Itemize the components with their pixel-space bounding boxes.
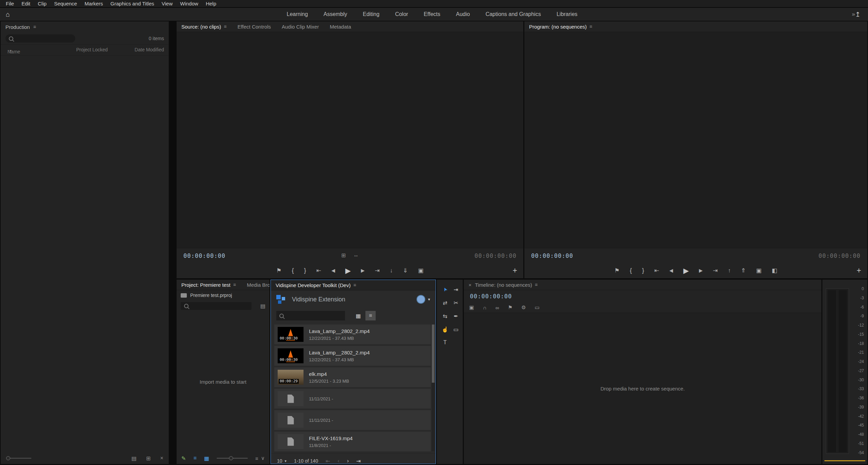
media-list-item[interactable]: 00:00:30 Lava_Lamp__2802_2.mp4 12/22/202…	[274, 346, 431, 366]
workspace-tab[interactable]: Libraries	[557, 11, 577, 17]
menu-item[interactable]: Edit	[18, 0, 34, 7]
grid-view-icon[interactable]: ▦	[353, 311, 363, 320]
button-editor-icon[interactable]: +	[857, 266, 861, 275]
tab-effect-controls[interactable]: Effect Controls	[238, 24, 271, 30]
new-bin-icon[interactable]: ▤	[131, 455, 136, 462]
account-menu[interactable]: ▾	[416, 295, 430, 304]
menu-item[interactable]: Window	[176, 0, 202, 7]
source-settings-icon[interactable]: ⊞	[341, 252, 346, 259]
avatar[interactable]	[416, 295, 425, 304]
rectangle-tool[interactable]: ▭	[451, 326, 461, 333]
timeline-drop-area[interactable]: Drop media here to create sequence.	[464, 313, 821, 464]
timeline-settings-wrench-icon[interactable]: ⚙	[521, 304, 526, 311]
extract-icon[interactable]: ⇑	[741, 268, 746, 273]
delete-icon[interactable]: ×	[160, 455, 163, 462]
slip-tool[interactable]: ⇆	[440, 312, 450, 320]
workspace-tab[interactable]: Assembly	[324, 11, 347, 17]
menu-item[interactable]: File	[2, 0, 18, 7]
icon-view-icon[interactable]: ▦	[204, 455, 209, 462]
type-tool[interactable]: T	[440, 339, 450, 346]
project-search-input[interactable]	[191, 303, 248, 309]
menu-item[interactable]: Clip	[34, 0, 50, 7]
overwrite-icon[interactable]: ⇓	[403, 268, 408, 273]
mark-out-icon[interactable]: }	[304, 267, 306, 273]
home-icon[interactable]: ⌂	[0, 11, 16, 18]
snap-magnet-icon[interactable]: ∩	[483, 305, 487, 311]
step-forward-icon[interactable]: ▶	[699, 268, 703, 273]
prev-page-icon[interactable]: ‹	[338, 458, 339, 464]
media-list-item[interactable]: 00:00:29 elk.mp4 12/5/2021 - 3.23 MB	[274, 367, 431, 387]
mark-in-icon[interactable]: {	[292, 267, 294, 273]
list-view-icon[interactable]: ≡	[365, 311, 376, 320]
razor-tool[interactable]: ✂	[451, 299, 461, 306]
play-button[interactable]: ▶	[683, 267, 689, 274]
hand-tool[interactable]: ☝	[440, 326, 450, 333]
panel-menu-icon[interactable]: ≡	[33, 24, 36, 30]
workspace-tab[interactable]: Effects	[424, 11, 440, 17]
workspace-tab[interactable]: Captions and Graphics	[486, 11, 541, 17]
writable-toggle-icon[interactable]: ✎	[181, 455, 186, 462]
linked-selection-icon[interactable]: ∞	[495, 305, 499, 311]
panel-menu-icon[interactable]: ≡	[589, 24, 592, 29]
step-forward-icon[interactable]: ▶	[361, 268, 365, 273]
tab-metadata[interactable]: Metadata	[330, 24, 351, 30]
panel-menu-icon[interactable]: ≡	[535, 282, 538, 287]
workspace-tab[interactable]: Color	[395, 11, 408, 17]
lift-icon[interactable]: ↑	[728, 268, 731, 273]
project-file-row[interactable]: Premiere test.prproj	[177, 290, 269, 300]
tab-program[interactable]: Program: (no sequences)	[529, 24, 587, 30]
next-page-icon[interactable]: ›	[347, 458, 349, 464]
go-to-out-icon[interactable]: ⇥	[375, 268, 380, 273]
zoom-knob[interactable]	[229, 456, 233, 460]
production-zoom-slider[interactable]	[6, 456, 31, 460]
track-select-forward-tool[interactable]: ⇥	[451, 286, 461, 293]
quick-export-icon[interactable]: ↥	[855, 11, 861, 18]
go-to-in-icon[interactable]: ⇤	[316, 268, 321, 273]
add-marker-icon[interactable]: ⚑	[508, 304, 512, 311]
add-marker-icon[interactable]: ⚑	[276, 268, 281, 273]
workspace-tab[interactable]: Learning	[287, 11, 308, 17]
last-page-icon[interactable]: ⇥	[356, 458, 361, 464]
tab-project[interactable]: Project: Premiere test	[181, 282, 230, 288]
add-marker-icon[interactable]: ⚑	[615, 268, 620, 273]
new-item-icon[interactable]: ⊞	[146, 455, 150, 462]
panel-menu-icon[interactable]: ≡	[233, 282, 236, 287]
selection-tool[interactable]: ➤	[440, 286, 450, 293]
program-timecode[interactable]: 00:00:00:00	[531, 252, 573, 259]
menu-item[interactable]: Sequence	[50, 0, 81, 7]
comparison-view-icon[interactable]: ◧	[772, 268, 777, 273]
media-list-item[interactable]: FILE-VX-1619.mp4 11/8/2021 -	[274, 432, 431, 451]
media-list-item[interactable]: 11/11/2021 -	[274, 410, 431, 430]
timeline-timecode[interactable]: 00:00:00:00	[470, 293, 512, 300]
menu-item[interactable]: Markers	[81, 0, 107, 7]
close-icon[interactable]: ×	[469, 282, 472, 288]
panel-menu-icon[interactable]: ≡	[224, 24, 227, 29]
mark-out-icon[interactable]: }	[642, 267, 644, 273]
sort-control[interactable]: ≡ ∨	[255, 455, 265, 461]
workspace-overflow-icon[interactable]: »	[852, 11, 855, 18]
menu-item[interactable]: Help	[202, 0, 220, 7]
tab-timeline[interactable]: Timeline: (no sequences)	[475, 282, 532, 288]
play-button[interactable]: ▶	[345, 267, 351, 274]
panel-menu-icon[interactable]: ≡	[353, 282, 356, 288]
tab-vidispine[interactable]: Vidispine Developer Toolkit (Dev)	[276, 282, 350, 288]
list-view-icon[interactable]: ≡	[193, 455, 196, 461]
production-search-input[interactable]	[16, 35, 72, 41]
zoom-knob[interactable]	[6, 456, 10, 460]
workspace-tab[interactable]: Editing	[363, 11, 379, 17]
list-scrollbar[interactable]	[432, 325, 435, 451]
tab-source[interactable]: Source: (no clips)	[181, 24, 221, 30]
tab-audio-clip-mixer[interactable]: Audio Clip Mixer	[282, 24, 319, 30]
column-project-locked[interactable]: Project Locked	[76, 47, 108, 52]
captions-icon[interactable]: ▭	[535, 304, 540, 311]
go-to-in-icon[interactable]: ⇤	[654, 268, 659, 273]
insert-icon[interactable]: ↓	[390, 268, 393, 273]
column-date-modified[interactable]: Date Modified	[135, 47, 164, 52]
media-list-item[interactable]: 11/11/2021 -	[274, 389, 431, 409]
export-frame-icon[interactable]: ▣	[756, 268, 761, 273]
mark-in-icon[interactable]: {	[630, 267, 632, 273]
page-size-select[interactable]: 10 ▾	[277, 458, 286, 464]
nest-toggle-icon[interactable]: ▣	[469, 304, 474, 311]
button-editor-icon[interactable]: +	[513, 266, 517, 275]
export-frame-icon[interactable]: ▣	[418, 268, 424, 273]
